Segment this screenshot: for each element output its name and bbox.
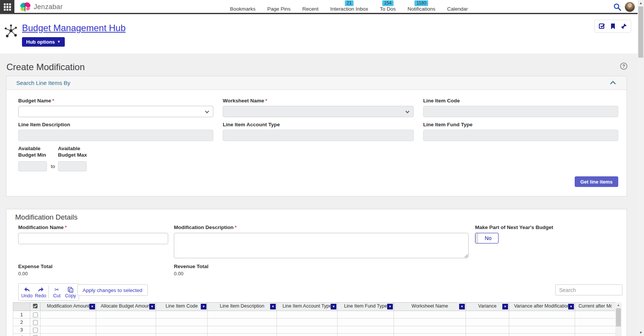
column-header-worksheet-name[interactable]: Worksheet Name ▼ <box>394 303 466 311</box>
column-header-line-item-fund-type[interactable]: Line Item Fund Type ▼ <box>338 303 394 311</box>
scrollbar-thumb[interactable] <box>616 308 621 327</box>
line-item-fund-type-input[interactable] <box>423 130 618 141</box>
nav-item-interaction-inbox[interactable]: 21 Interaction Inbox <box>330 6 368 12</box>
select-all-header[interactable] <box>30 303 41 311</box>
caret-down-icon: ▼ <box>57 40 61 44</box>
filter-icon[interactable]: ▼ <box>502 304 508 309</box>
resize-grip[interactable] <box>464 254 468 257</box>
row-select-cell <box>30 319 41 326</box>
panel-header[interactable]: Search Line Items By <box>6 76 627 90</box>
get-line-items-button[interactable]: Get line items <box>575 176 618 187</box>
column-header-line-item-description[interactable]: Line Item Description ▼ <box>208 303 277 311</box>
grid-search-input[interactable] <box>555 284 622 295</box>
select-all-icon <box>32 303 38 309</box>
toggle-value: No <box>478 233 498 243</box>
apply-changes-button[interactable]: Apply changes to selected <box>77 284 148 296</box>
app-grid-icon <box>4 3 11 11</box>
help-icon[interactable]: ? <box>620 63 627 70</box>
page-scrollbar[interactable]: ▲ ▼ <box>638 0 644 336</box>
nav-item-recent[interactable]: Recent <box>302 6 319 12</box>
app-launcher-button[interactable] <box>0 0 14 14</box>
grid-row: 2 <box>13 319 616 326</box>
hub-icon <box>4 24 18 39</box>
revenue-total-value: 0.00 <box>174 271 183 276</box>
search-icon[interactable] <box>613 3 621 11</box>
budget-name-label: Budget Name* <box>18 98 54 104</box>
user-avatar[interactable] <box>625 2 635 12</box>
copy-button[interactable]: Copy <box>64 286 77 298</box>
budget-name-select[interactable] <box>18 106 213 117</box>
expense-total-label: Expense Total <box>18 264 53 269</box>
pin-icon[interactable] <box>621 23 627 30</box>
column-header-line-item-code[interactable]: Line Item Code ▼ <box>156 303 208 311</box>
filter-icon[interactable]: ▼ <box>270 304 276 309</box>
line-item-account-type-input[interactable] <box>223 130 414 141</box>
main-nav: Bookmarks Page Pins Recent 21 Interactio… <box>230 0 468 14</box>
row-checkbox[interactable] <box>33 328 38 333</box>
filter-icon[interactable]: ▼ <box>331 304 336 309</box>
redo-button[interactable]: Redo <box>34 286 47 298</box>
line-item-code-input[interactable] <box>423 106 618 117</box>
modification-name-input[interactable] <box>18 233 168 244</box>
task-check-icon[interactable] <box>599 23 605 30</box>
worksheet-name-select[interactable] <box>223 106 414 117</box>
grid-vertical-scrollbar[interactable]: ▲ <box>615 302 622 336</box>
jenzabar-logo-icon <box>20 2 31 13</box>
line-item-code-label: Line Item Code <box>423 98 460 104</box>
filter-icon[interactable]: ▼ <box>568 304 574 309</box>
nav-item-page-pins[interactable]: Page Pins <box>267 6 291 12</box>
available-budget-max-label: Available Budget Max <box>58 145 87 158</box>
available-budget-min-input[interactable] <box>18 161 47 171</box>
row-number-cell: 3 <box>13 326 30 334</box>
main-content: Create Modification ? Search Line Items … <box>0 53 638 336</box>
revenue-total-label: Revenue Total <box>174 264 208 269</box>
toggle-strip <box>475 233 478 243</box>
column-header-modification-amount[interactable]: Modification Amount ▼ <box>41 303 96 311</box>
redo-icon <box>38 287 44 293</box>
cut-button[interactable]: ✂ Cut <box>50 286 64 298</box>
filter-icon[interactable]: ▼ <box>149 304 155 309</box>
column-header-variance-after-modification[interactable]: Variance after Modification ▼ <box>509 303 575 311</box>
available-budget-min-label: Available Budget Min <box>18 145 46 158</box>
line-item-description-input[interactable] <box>18 130 213 141</box>
row-select-cell <box>30 326 41 334</box>
row-number-cell: 1 <box>13 311 30 319</box>
modification-name-label: Modification Name* <box>18 225 67 230</box>
brand-name: Jenzabar <box>34 3 63 11</box>
available-budget-max-input[interactable] <box>58 161 87 171</box>
navbar-right <box>613 0 635 14</box>
chevron-up-icon[interactable] <box>610 80 616 85</box>
page-title-link[interactable]: Budget Management Hub <box>22 23 126 33</box>
filter-icon[interactable]: ▼ <box>459 304 465 309</box>
panel-title: Search Line Items By <box>16 80 70 86</box>
scroll-up-arrow[interactable]: ▲ <box>638 0 644 6</box>
row-checkbox[interactable] <box>33 320 38 325</box>
column-header-current-after-mod[interactable]: Current after Mod <box>575 303 616 311</box>
column-header-variance[interactable]: Variance ▼ <box>466 303 509 311</box>
filter-icon[interactable]: ▼ <box>387 304 393 309</box>
scrollbar-thumb[interactable] <box>638 6 643 58</box>
bookmark-icon[interactable] <box>610 23 616 30</box>
nav-item-bookmarks[interactable]: Bookmarks <box>230 6 256 12</box>
interaction-inbox-count-badge: 21 <box>345 0 353 6</box>
column-header-allocate-budget-amount[interactable]: Allocate Budget Amount ▼ <box>96 303 156 311</box>
hub-options-button[interactable]: Hub options ▼ <box>22 37 65 47</box>
row-checkbox[interactable] <box>33 312 38 317</box>
section-heading: Create Modification <box>6 62 85 72</box>
grid-row: 4 <box>13 334 616 336</box>
column-header-line-item-account-type[interactable]: Line Item Account Type ▼ <box>277 303 338 311</box>
nav-item-to-dos[interactable]: 154 To Dos <box>380 6 396 12</box>
next-year-budget-toggle[interactable]: No <box>475 233 499 243</box>
filter-icon[interactable]: ▼ <box>201 304 206 309</box>
nav-item-notifications[interactable]: 1180 Notifications <box>408 6 436 12</box>
filter-icon[interactable]: ▼ <box>89 304 95 309</box>
modification-description-textarea[interactable] <box>174 233 469 258</box>
line-item-description-label: Line Item Description <box>18 122 70 127</box>
panel-title: Modification Details <box>15 213 78 221</box>
undo-button[interactable]: Undo <box>20 286 34 298</box>
jenzabar-brand[interactable]: Jenzabar <box>20 0 63 14</box>
scroll-up-arrow[interactable]: ▲ <box>615 302 622 308</box>
scroll-down-arrow[interactable]: ▼ <box>638 330 644 336</box>
nav-item-calendar[interactable]: Calendar <box>447 6 468 12</box>
search-line-items-panel: Search Line Items By Budget Name* Worksh… <box>6 76 627 196</box>
